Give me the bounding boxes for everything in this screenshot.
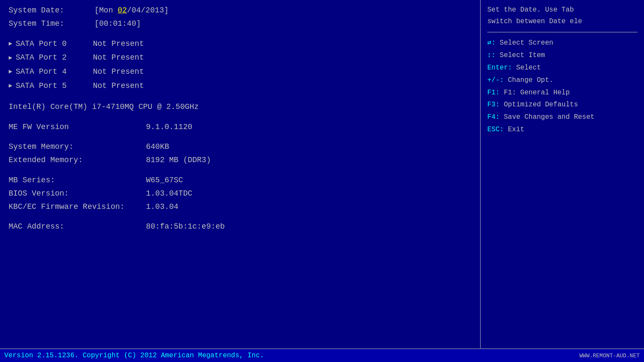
mb-series-row: MB Series: W65_67SC xyxy=(9,174,471,187)
system-date-label: System Date: xyxy=(9,4,94,17)
system-time-row: System Time: [00:01:40] xyxy=(9,18,471,30)
esc-key: ESC: xyxy=(487,126,504,133)
extended-memory-row: Extended Memory: 8192 MB (DDR3) xyxy=(9,154,471,166)
hint-line2: switch between Date ele xyxy=(487,16,638,27)
bios-screen: System Date: [Mon 02/04/2013] System Tim… xyxy=(0,0,644,362)
me-fw-row: ME FW Version 9.1.0.1120 xyxy=(9,121,471,133)
select-screen-label: Select Screen xyxy=(500,39,553,47)
sata-port-2-status: Not Present xyxy=(93,51,144,64)
system-memory-row: System Memory: 640KB xyxy=(9,141,471,153)
f4-key: F4: xyxy=(487,113,500,121)
mac-address-label: MAC Address: xyxy=(9,220,146,233)
kbc-ec-value: 1.03.04 xyxy=(146,201,179,213)
sata-port-4-status: Not Present xyxy=(93,66,144,78)
select-screen-key: ⇄: xyxy=(487,39,495,47)
sata-port-4-label: SATA Port 4 xyxy=(15,66,93,78)
cpu-label: Intel(R) Core(TM) i7-4710MQ CPU @ 2.50GH… xyxy=(9,101,199,113)
mb-series-label: MB Series: xyxy=(9,174,146,187)
sata-port-0-label: SATA Port 0 xyxy=(15,38,93,50)
right-panel: Set the Date. Use Tab switch between Dat… xyxy=(481,0,644,348)
arrow-icon-2: ► xyxy=(9,53,12,63)
extended-memory-label: Extended Memory: xyxy=(9,154,146,166)
sata-port-0-status: Not Present xyxy=(93,38,144,50)
nav-f1: F1: F1: General Help xyxy=(487,87,638,99)
f1-label: F1: General Help xyxy=(504,89,570,97)
bios-version-row: BIOS Version: 1.03.04TDC xyxy=(9,187,471,200)
bios-version-value: 1.03.04TDC xyxy=(146,187,192,200)
sata-port-5-row[interactable]: ► SATA Port 5 Not Present xyxy=(9,80,471,92)
mac-address-row: MAC Address: 80:fa:5b:1c:e9:eb xyxy=(9,220,471,233)
arrow-icon-5: ► xyxy=(9,81,12,90)
me-fw-value: 9.1.0.1120 xyxy=(146,121,192,133)
arrow-icon-0: ► xyxy=(9,39,12,48)
sata-port-2-label: SATA Port 2 xyxy=(15,51,93,64)
kbc-ec-row: KBC/EC Firmware Revision: 1.03.04 xyxy=(9,201,471,213)
bios-version-label: BIOS Version: xyxy=(9,187,146,200)
kbc-ec-label: KBC/EC Firmware Revision: xyxy=(9,201,146,213)
sata-port-5-status: Not Present xyxy=(93,80,144,92)
date-highlight: 02 xyxy=(118,6,127,15)
f1-key: F1: xyxy=(487,89,500,97)
me-fw-label: ME FW Version xyxy=(9,121,146,133)
nav-f4: F4: Save Changes and Reset xyxy=(487,111,638,124)
system-date-row: System Date: [Mon 02/04/2013] xyxy=(9,4,471,17)
f3-label: Optimized Defaults xyxy=(504,101,578,109)
esc-label: Exit xyxy=(508,126,524,133)
f3-key: F3: xyxy=(487,101,500,109)
cpu-row: Intel(R) Core(TM) i7-4710MQ CPU @ 2.50GH… xyxy=(9,101,471,113)
select-item-label: Select Item xyxy=(500,51,545,59)
left-panel: System Date: [Mon 02/04/2013] System Tim… xyxy=(0,0,481,348)
navigation-keys: ⇄: Select Screen ↕: Select Item Enter: S… xyxy=(487,37,638,136)
sata-port-4-row[interactable]: ► SATA Port 4 Not Present xyxy=(9,66,471,78)
arrow-icon-4: ► xyxy=(9,67,12,76)
enter-key: Enter: xyxy=(487,64,512,72)
mac-address-value: 80:fa:5b:1c:e9:eb xyxy=(146,220,225,233)
watermark: WWW.REMONT-AUD.NET xyxy=(580,353,640,359)
nav-change-opt: +/-: Change Opt. xyxy=(487,74,638,87)
sata-port-5-label: SATA Port 5 xyxy=(15,80,93,92)
sata-port-2-row[interactable]: ► SATA Port 2 Not Present xyxy=(9,51,471,64)
mb-series-value: W65_67SC xyxy=(146,174,183,187)
nav-esc: ESC: Exit xyxy=(487,124,638,136)
change-opt-label: Change Opt. xyxy=(508,76,553,84)
extended-memory-value: 8192 MB (DDR3) xyxy=(146,154,211,166)
system-memory-value: 640KB xyxy=(146,141,169,153)
footer-bar: Version 2.15.1236. Copyright (C) 2012 Am… xyxy=(0,348,644,362)
change-opt-key: +/-: xyxy=(487,76,504,84)
hint-line1: Set the Date. Use Tab xyxy=(487,4,638,16)
system-time-label: System Time: xyxy=(9,18,94,30)
system-date-value: [Mon 02/04/2013] xyxy=(94,4,169,17)
system-time-value: [00:01:40] xyxy=(94,18,141,30)
enter-label: Select xyxy=(516,64,541,72)
nav-f3: F3: Optimized Defaults xyxy=(487,99,638,111)
nav-select-item: ↕: Select Item xyxy=(487,49,638,62)
main-content: System Date: [Mon 02/04/2013] System Tim… xyxy=(0,0,644,348)
footer-copyright: Version 2.15.1236. Copyright (C) 2012 Am… xyxy=(4,352,264,359)
nav-enter: Enter: Select xyxy=(487,62,638,74)
f4-label: Save Changes and Reset xyxy=(504,113,594,121)
sata-port-0-row[interactable]: ► SATA Port 0 Not Present xyxy=(9,38,471,50)
help-hint-section: Set the Date. Use Tab switch between Dat… xyxy=(487,4,638,33)
system-memory-label: System Memory: xyxy=(9,141,146,153)
select-item-key: ↕: xyxy=(487,51,495,59)
nav-select-screen: ⇄: Select Screen xyxy=(487,37,638,49)
